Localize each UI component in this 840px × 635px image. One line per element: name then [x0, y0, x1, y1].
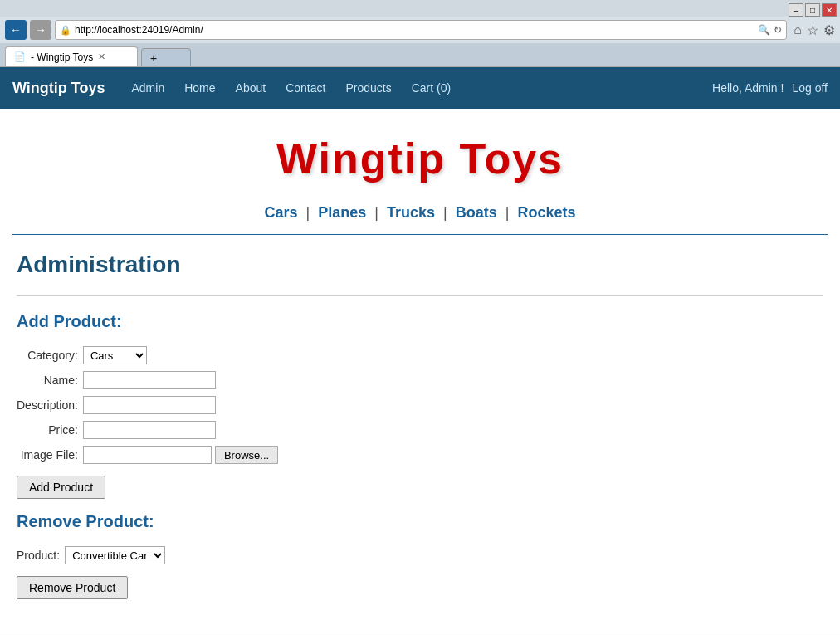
- name-cell: [83, 368, 283, 393]
- browser-toolbar: ← → 🔒 🔍 ↻ ⌂ ☆ ⚙: [0, 17, 840, 43]
- price-label: Price:: [17, 418, 83, 442]
- nav-about[interactable]: About: [226, 67, 276, 109]
- tab-close-icon[interactable]: ✕: [98, 51, 105, 62]
- address-icon: 🔒: [60, 25, 71, 36]
- hello-text: Hello, Admin !: [712, 81, 784, 95]
- tab-title: - Wingtip Toys: [31, 51, 93, 63]
- file-input-wrapper: Browse...: [83, 446, 278, 464]
- site-banner: Wingtip Toys: [0, 109, 840, 200]
- back-button[interactable]: ←: [5, 20, 27, 40]
- remove-product-title: Remove Product:: [17, 512, 823, 531]
- nav-contact[interactable]: Contact: [276, 67, 335, 109]
- browser-titlebar: – □ ✕: [0, 0, 840, 17]
- sep-4: |: [505, 204, 510, 221]
- imagefile-cell: Browse...: [83, 442, 283, 467]
- name-input[interactable]: [83, 371, 216, 389]
- category-select[interactable]: Cars Planes Trucks Boats Rockets: [83, 346, 147, 364]
- name-row: Name:: [17, 368, 283, 393]
- active-tab[interactable]: 📄 - Wingtip Toys ✕: [5, 46, 138, 66]
- imagefile-label: Image File:: [17, 442, 83, 467]
- product-select[interactable]: Convertible Car Race Car Plane Truck Boa…: [65, 546, 165, 564]
- category-row: Category: Cars Planes Trucks Boats Rocke…: [17, 343, 283, 368]
- remove-product-section: Remove Product: Product: Convertible Car…: [17, 512, 823, 599]
- description-row: Description:: [17, 393, 283, 418]
- sep-1: |: [306, 204, 310, 221]
- price-cell: [83, 418, 283, 442]
- browser-icons: ⌂ ☆ ⚙: [794, 22, 835, 38]
- cat-cars[interactable]: Cars: [264, 204, 297, 221]
- category-label: Category:: [17, 343, 83, 368]
- add-product-form: Category: Cars Planes Trucks Boats Rocke…: [17, 343, 283, 467]
- product-row: Product: Convertible Car Race Car Plane …: [17, 543, 170, 568]
- main-content: Administration Add Product: Category: Ca…: [0, 235, 840, 616]
- add-product-title: Add Product:: [17, 312, 823, 331]
- remove-product-button[interactable]: Remove Product: [17, 576, 128, 599]
- add-product-button[interactable]: Add Product: [17, 476, 105, 499]
- nav-cart[interactable]: Cart (0): [402, 67, 461, 109]
- tab-favicon: 📄: [14, 51, 26, 62]
- name-label: Name:: [17, 368, 83, 393]
- price-row: Price:: [17, 418, 283, 442]
- address-bar[interactable]: 🔒 🔍 ↻: [55, 20, 787, 40]
- description-input[interactable]: [83, 396, 216, 414]
- imagefile-row: Image File: Browse...: [17, 442, 283, 467]
- cat-trucks[interactable]: Trucks: [387, 204, 435, 221]
- new-tab-button[interactable]: +: [141, 48, 191, 66]
- home-icon[interactable]: ⌂: [794, 22, 802, 37]
- section-divider-1: [17, 295, 823, 296]
- file-text-box: [83, 446, 212, 464]
- close-button[interactable]: ✕: [822, 3, 837, 17]
- browser-chrome: – □ ✕ ← → 🔒 🔍 ↻ ⌂ ☆ ⚙ 📄 - Wingtip Toys ✕…: [0, 0, 840, 67]
- navbar-links: Admin Home About Contact Products Cart (…: [122, 67, 713, 109]
- site-title: Wingtip Toys: [0, 134, 840, 183]
- nav-admin[interactable]: Admin: [122, 67, 175, 109]
- browse-button[interactable]: Browse...: [215, 446, 278, 464]
- search-icon[interactable]: 🔍: [758, 24, 770, 36]
- cat-planes[interactable]: Planes: [318, 204, 366, 221]
- forward-button[interactable]: →: [30, 20, 51, 40]
- category-cell: Cars Planes Trucks Boats Rockets: [83, 343, 283, 368]
- browser-tabs: 📄 - Wingtip Toys ✕ +: [0, 43, 840, 66]
- settings-icon[interactable]: ⚙: [823, 22, 835, 38]
- sep-2: |: [374, 204, 378, 221]
- restore-button[interactable]: □: [805, 3, 820, 17]
- url-input[interactable]: [75, 24, 755, 36]
- navbar-right: Hello, Admin ! Log off: [712, 81, 828, 95]
- cat-boats[interactable]: Boats: [456, 204, 497, 221]
- nav-products[interactable]: Products: [335, 67, 401, 109]
- cat-rockets[interactable]: Rockets: [517, 204, 575, 221]
- sep-3: |: [443, 204, 447, 221]
- navbar: Wingtip Toys Admin Home About Contact Pr…: [0, 67, 840, 109]
- description-label: Description:: [17, 393, 83, 418]
- page-heading: Administration: [17, 252, 823, 278]
- minimize-button[interactable]: –: [789, 3, 803, 17]
- product-cell: Convertible Car Race Car Plane Truck Boa…: [65, 543, 170, 568]
- category-nav: Cars | Planes | Trucks | Boats | Rockets: [0, 200, 840, 234]
- price-input[interactable]: [83, 421, 216, 439]
- star-icon[interactable]: ☆: [807, 22, 818, 38]
- logoff-link[interactable]: Log off: [792, 81, 828, 95]
- nav-home[interactable]: Home: [174, 67, 225, 109]
- add-product-section: Add Product: Category: Cars Planes Truck…: [17, 312, 823, 499]
- remove-product-form: Product: Convertible Car Race Car Plane …: [17, 543, 170, 568]
- product-label: Product:: [17, 543, 65, 568]
- page-wrapper: Wingtip Toys Admin Home About Contact Pr…: [0, 67, 840, 635]
- navbar-brand[interactable]: Wingtip Toys: [12, 80, 105, 97]
- reload-icon[interactable]: ↻: [774, 24, 782, 36]
- description-cell: [83, 393, 283, 418]
